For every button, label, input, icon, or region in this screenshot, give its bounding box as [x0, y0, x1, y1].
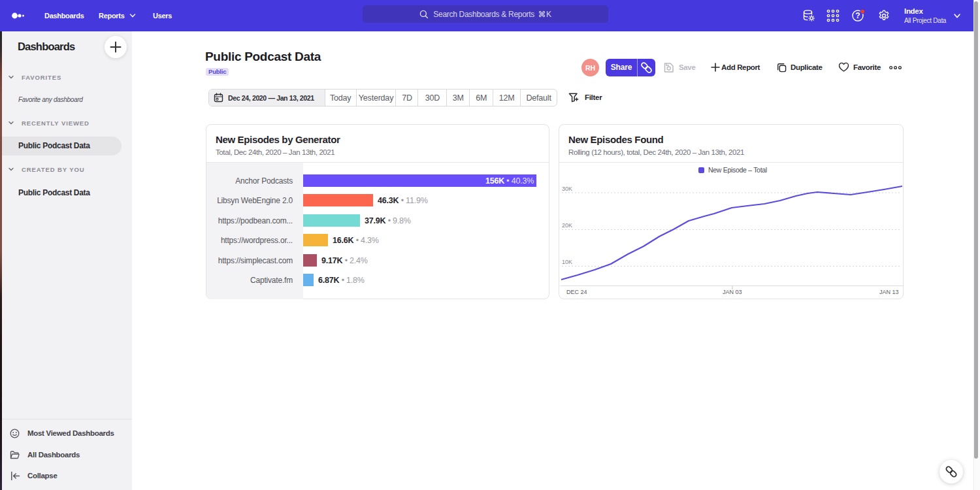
- svg-text:?: ?: [855, 11, 860, 20]
